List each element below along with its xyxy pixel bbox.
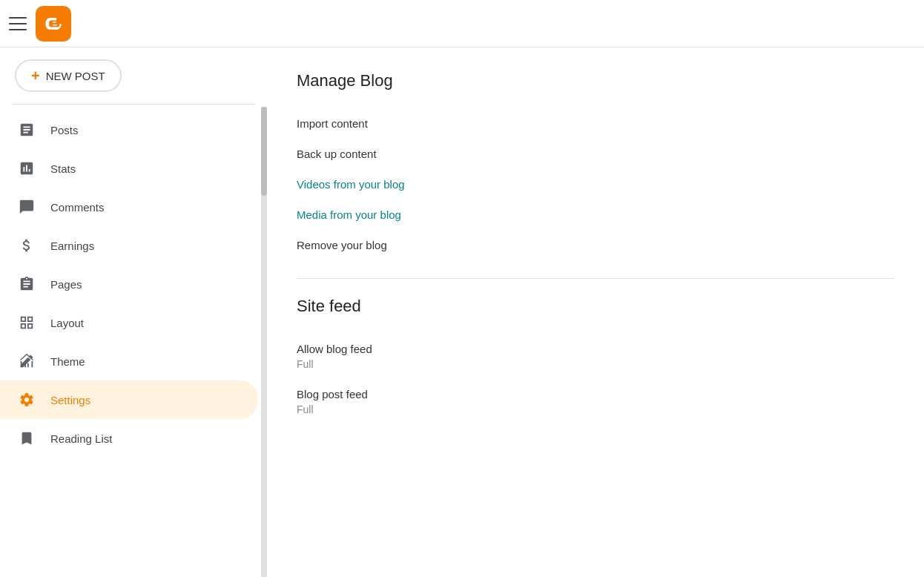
sidebar-item-comments-label: Comments	[50, 201, 105, 214]
sidebar-item-settings[interactable]: Settings	[0, 380, 258, 419]
sidebar-item-reading-list[interactable]: Reading List	[0, 419, 258, 458]
stats-icon	[18, 159, 36, 177]
sidebar-item-posts[interactable]: Posts	[0, 111, 258, 149]
reading-list-icon	[18, 429, 36, 447]
sidebar: + NEW POST Posts Stats	[0, 47, 267, 577]
pages-icon	[18, 275, 36, 293]
blogger-logo[interactable]	[36, 6, 71, 42]
earnings-icon	[18, 237, 36, 254]
blog-post-feed-value: Full	[297, 403, 894, 424]
backup-content-item[interactable]: Back up content	[297, 139, 894, 169]
import-content-item[interactable]: Import content	[297, 108, 894, 139]
sidebar-item-layout[interactable]: Layout	[0, 303, 258, 342]
main-content: Manage Blog Import content Back up conte…	[267, 47, 924, 577]
sidebar-item-earnings[interactable]: Earnings	[0, 226, 258, 265]
scrollbar-thumb[interactable]	[261, 107, 267, 196]
sidebar-item-comments[interactable]: Comments	[0, 188, 258, 226]
sidebar-item-stats[interactable]: Stats	[0, 149, 258, 188]
layout-icon	[18, 314, 36, 332]
videos-content-item[interactable]: Videos from your blog	[297, 169, 894, 200]
sidebar-item-posts-label: Posts	[50, 124, 79, 136]
sidebar-item-theme[interactable]: Theme	[0, 342, 258, 380]
main-layout: + NEW POST Posts Stats	[0, 47, 924, 577]
theme-icon	[18, 352, 36, 370]
new-post-label: NEW POST	[46, 70, 105, 82]
section-divider	[297, 278, 894, 279]
sidebar-item-theme-label: Theme	[50, 355, 85, 368]
remove-blog-content-item[interactable]: Remove your blog	[297, 230, 894, 260]
comments-icon	[18, 198, 36, 216]
allow-blog-feed-value: Full	[297, 358, 894, 379]
sidebar-nav: Posts Stats Comments Ea	[0, 105, 267, 577]
media-content-item[interactable]: Media from your blog	[297, 200, 894, 230]
blog-post-feed-label: Blog post feed	[297, 379, 894, 403]
sidebar-item-layout-label: Layout	[50, 317, 84, 329]
header	[0, 0, 924, 47]
allow-blog-feed-label: Allow blog feed	[297, 334, 894, 358]
sidebar-item-pages[interactable]: Pages	[0, 265, 258, 303]
settings-icon	[18, 391, 36, 409]
sidebar-item-settings-label: Settings	[50, 394, 90, 406]
manage-blog-title: Manage Blog	[297, 71, 894, 90]
new-post-button[interactable]: + NEW POST	[15, 59, 122, 92]
sidebar-item-pages-label: Pages	[50, 278, 82, 291]
posts-icon	[18, 121, 36, 139]
sidebar-item-stats-label: Stats	[50, 162, 76, 175]
hamburger-menu-icon[interactable]	[9, 15, 27, 33]
sidebar-item-reading-list-label: Reading List	[50, 432, 112, 445]
sidebar-item-earnings-label: Earnings	[50, 240, 94, 252]
scrollbar-track	[261, 107, 267, 577]
site-feed-title: Site feed	[297, 297, 894, 316]
plus-icon: +	[31, 68, 40, 83]
